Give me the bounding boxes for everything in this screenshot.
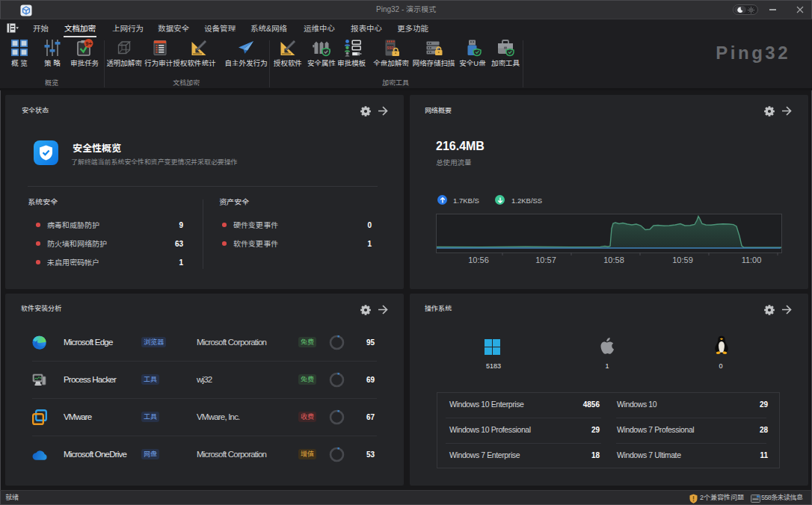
svg-text:9+: 9+ [85,40,92,47]
svg-text:SSD: SSD [387,46,394,50]
